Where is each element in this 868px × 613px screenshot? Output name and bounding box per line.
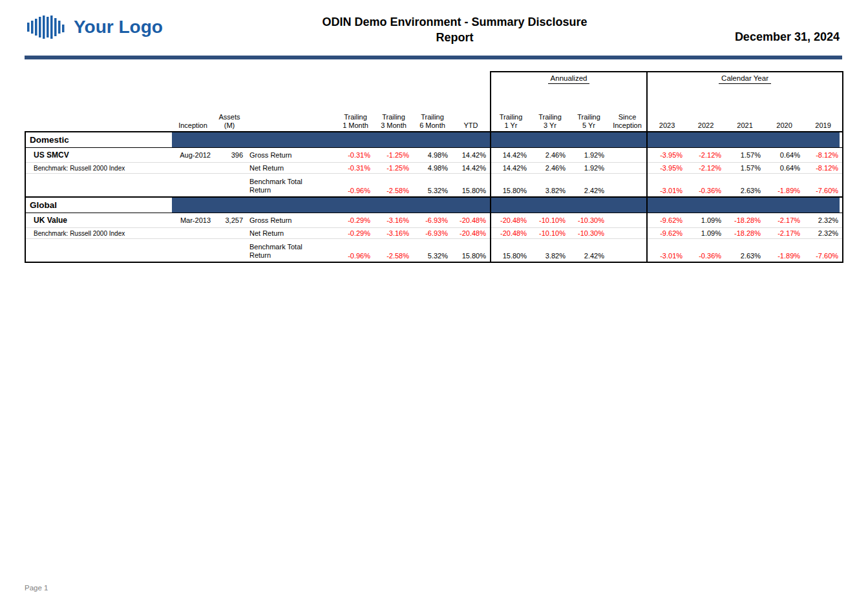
value-cell: -0.29%: [337, 228, 374, 239]
value-cell: -2.17%: [765, 213, 804, 228]
col-header-ytd: YTD: [452, 103, 491, 132]
return-type-cell: Net Return: [245, 163, 337, 174]
value-cell: 15.80%: [452, 239, 491, 263]
value-cell: 2.32%: [804, 213, 843, 228]
value-cell: -1.25%: [374, 163, 413, 174]
table-row: Benchmark: Russell 2000 Index Net Return…: [25, 163, 843, 174]
value-cell: 15.80%: [491, 174, 531, 198]
value-cell: -0.31%: [337, 163, 374, 174]
value-cell: -9.62%: [647, 213, 686, 228]
page-number: Page 1: [25, 584, 48, 592]
value-cell: [608, 228, 647, 239]
value-cell: 14.42%: [491, 148, 531, 163]
value-cell: -7.60%: [804, 174, 843, 198]
section-row-global: Global: [25, 197, 843, 213]
value-cell: -2.12%: [686, 148, 725, 163]
value-cell: -10.30%: [569, 213, 608, 228]
value-cell: 15.80%: [452, 174, 491, 198]
value-cell: [608, 239, 647, 263]
col-header-2021: 2021: [725, 103, 765, 132]
value-cell: -8.12%: [804, 148, 843, 163]
assets-cell: 396: [214, 148, 245, 163]
col-header-2023: 2023: [647, 103, 686, 132]
header-divider: [25, 56, 842, 59]
value-cell: 2.42%: [569, 239, 608, 263]
value-cell: 1.92%: [569, 148, 608, 163]
value-cell: -9.62%: [647, 228, 686, 239]
section-bar: [647, 132, 843, 148]
value-cell: 2.32%: [804, 228, 843, 239]
section-header-cell: Global: [25, 197, 172, 213]
section-bar: [491, 197, 647, 213]
value-cell: [608, 213, 647, 228]
value-cell: -7.60%: [804, 239, 843, 263]
value-cell: -10.10%: [531, 228, 569, 239]
section-bar: [172, 132, 491, 148]
value-cell: -20.48%: [452, 213, 491, 228]
value-cell: -10.10%: [531, 213, 569, 228]
return-type-cell: Gross Return: [245, 148, 337, 163]
value-cell: 0.64%: [765, 163, 804, 174]
value-cell: 15.80%: [491, 239, 531, 263]
value-cell: 1.57%: [725, 163, 765, 174]
value-cell: -3.95%: [647, 148, 686, 163]
value-cell: -6.93%: [413, 213, 452, 228]
section-bar: [647, 197, 843, 213]
value-cell: 1.92%: [569, 163, 608, 174]
value-cell: -3.16%: [374, 228, 413, 239]
report-date: December 31, 2024: [735, 30, 840, 44]
value-cell: -18.28%: [725, 213, 765, 228]
value-cell: 3.82%: [531, 174, 569, 198]
col-header-trailing-6m: Trailing6 Month: [413, 103, 452, 132]
value-cell: 3.82%: [531, 239, 569, 263]
product-name-cell: UK Value: [25, 213, 172, 228]
value-cell: [608, 163, 647, 174]
col-header-trailing-1yr: Trailing1 Yr: [491, 103, 531, 132]
return-type-cell: Net Return: [245, 228, 337, 239]
value-cell: -20.48%: [452, 228, 491, 239]
table-row: Benchmark Total Return -0.96% -2.58% 5.3…: [25, 174, 843, 198]
table-row: US SMCV Aug-2012 396 Gross Return -0.31%…: [25, 148, 843, 163]
value-cell: 4.98%: [413, 148, 452, 163]
report-page: Your Logo ODIN Demo Environment - Summar…: [0, 0, 868, 613]
report-title-line1: ODIN Demo Environment - Summary Disclosu…: [41, 14, 868, 30]
section-header-cell: Domestic: [25, 132, 172, 148]
value-cell: 2.42%: [569, 174, 608, 198]
group-header-row: Annualized Calendar Year: [25, 72, 843, 103]
calendar-year-group-header: Calendar Year: [647, 72, 843, 103]
value-cell: -0.96%: [337, 239, 374, 263]
annualized-group-header: Annualized: [491, 72, 647, 103]
value-cell: 1.09%: [686, 228, 725, 239]
return-type-cell: Benchmark Total Return: [245, 239, 337, 263]
value-cell: 2.63%: [725, 174, 765, 198]
return-type-cell: Gross Return: [245, 213, 337, 228]
value-cell: -3.01%: [647, 239, 686, 263]
section-row-domestic: Domestic: [25, 132, 843, 148]
col-header-trailing-3m: Trailing3 Month: [374, 103, 413, 132]
value-cell: -0.96%: [337, 174, 374, 198]
value-cell: -2.17%: [765, 228, 804, 239]
benchmark-name-cell: Benchmark: Russell 2000 Index: [25, 228, 172, 239]
col-header-2020: 2020: [765, 103, 804, 132]
product-name-cell: US SMCV: [25, 148, 172, 163]
value-cell: -3.01%: [647, 174, 686, 198]
value-cell: 4.98%: [413, 163, 452, 174]
value-cell: 0.64%: [765, 148, 804, 163]
col-header-trailing-5yr: Trailing5 Yr: [569, 103, 608, 132]
value-cell: -1.89%: [765, 174, 804, 198]
return-type-cell: Benchmark Total Return: [245, 174, 337, 198]
benchmark-name-cell: Benchmark: Russell 2000 Index: [25, 163, 172, 174]
table-row: UK Value Mar-2013 3,257 Gross Return -0.…: [25, 213, 843, 228]
value-cell: -2.58%: [374, 239, 413, 263]
value-cell: -2.58%: [374, 174, 413, 198]
inception-cell: Aug-2012: [172, 148, 214, 163]
value-cell: -0.31%: [337, 148, 374, 163]
value-cell: 14.42%: [452, 163, 491, 174]
col-header-since-inception: Since Inception: [608, 103, 647, 132]
value-cell: 5.32%: [413, 174, 452, 198]
value-cell: -1.89%: [765, 239, 804, 263]
value-cell: 1.09%: [686, 213, 725, 228]
value-cell: 5.32%: [413, 239, 452, 263]
value-cell: -2.12%: [686, 163, 725, 174]
col-header-trailing-3yr: Trailing3 Yr: [531, 103, 569, 132]
